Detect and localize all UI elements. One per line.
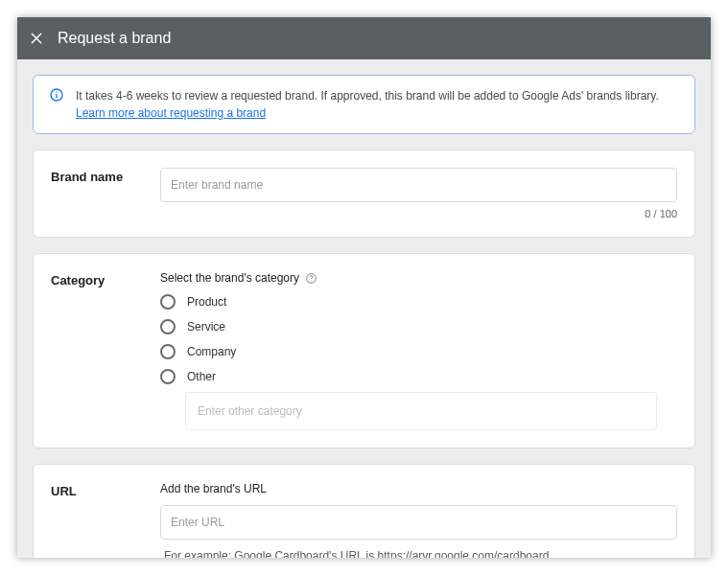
radio-product[interactable]: Product [160,294,677,310]
category-label: Category [51,271,160,288]
learn-more-link[interactable]: Learn more about requesting a brand [76,106,266,120]
help-icon[interactable] [305,272,317,285]
radio-company[interactable]: Company [160,344,677,359]
url-label: URL [51,482,160,498]
radio-other[interactable]: Other [160,369,677,384]
url-example: For example: Google Cardboard's URL is h… [160,549,677,558]
brand-name-input[interactable] [160,168,677,202]
radio-icon [160,344,176,359]
info-text-body: It takes 4-6 weeks to review a requested… [76,89,659,103]
info-icon [49,87,64,103]
radio-icon [160,369,176,384]
brand-name-counter: 0 / 100 [160,208,677,219]
radio-label: Service [187,320,225,334]
radio-label: Product [187,295,226,309]
other-category-input[interactable] [185,392,657,430]
radio-service[interactable]: Service [160,319,677,334]
close-icon[interactable] [29,31,44,46]
radio-label: Other [187,370,216,383]
dialog-title: Request a brand [58,30,171,47]
dialog-header: Request a brand [17,17,711,59]
url-heading: Add the brand's URL [160,482,267,495]
info-text: It takes 4-6 weeks to review a requested… [76,87,679,122]
url-section: URL Add the brand's URL For example: Goo… [33,464,695,558]
svg-point-6 [311,280,312,281]
url-input[interactable] [160,505,677,540]
category-section: Category Select the brand's category [33,253,695,448]
brand-name-label: Brand name [51,168,160,184]
radio-icon [160,319,176,334]
radio-icon [160,294,176,310]
brand-name-section: Brand name 0 / 100 [33,150,695,238]
radio-label: Company [187,345,236,358]
category-heading: Select the brand's category [160,271,299,285]
svg-point-4 [56,91,57,92]
info-banner: It takes 4-6 weeks to review a requested… [33,75,695,134]
